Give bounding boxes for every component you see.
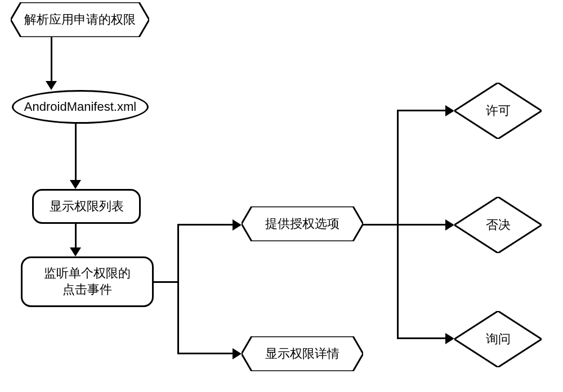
label-show-details: 显示权限详情: [265, 346, 339, 362]
node-provide-options: 提供授权选项: [242, 206, 363, 241]
arrowhead-to-details: [233, 348, 242, 359]
node-allow: 许可: [454, 83, 542, 139]
connector-to-allow: [399, 110, 445, 111]
arrowhead-to-ask: [445, 333, 454, 344]
node-deny: 否决: [454, 197, 542, 253]
connector-branch-v: [177, 224, 179, 354]
arrowhead-to-allow: [445, 105, 454, 116]
label-listen-click: 监听单个权限的 点击事件: [44, 265, 131, 298]
connector-to-ask: [399, 337, 445, 339]
label-provide-options: 提供授权选项: [265, 216, 339, 232]
connector-to-deny: [399, 224, 445, 226]
connector-branch-h: [154, 281, 179, 283]
arrowhead-to-options: [233, 219, 242, 231]
connector-to-options: [179, 224, 233, 226]
arrowhead-3: [70, 247, 81, 256]
arrow-line-2: [75, 124, 77, 180]
label-allow: 许可: [486, 102, 511, 119]
label-manifest-file: AndroidManifest.xml: [24, 99, 136, 115]
connector-to-details: [179, 353, 233, 354]
node-listen-click: 监听单个权限的 点击事件: [21, 256, 154, 307]
label-parse-permissions: 解析应用申请的权限: [24, 12, 136, 28]
label-display-list: 显示权限列表: [50, 199, 124, 215]
node-manifest-file: AndroidManifest.xml: [12, 90, 149, 124]
node-show-details: 显示权限详情: [242, 336, 363, 371]
node-parse-permissions: 解析应用申请的权限: [11, 2, 149, 37]
label-deny: 否决: [486, 217, 511, 233]
arrowhead-to-deny: [445, 219, 454, 231]
connector-options-h: [363, 224, 399, 226]
node-ask: 询问: [454, 311, 542, 367]
arrowhead-2: [70, 180, 81, 189]
node-display-list: 显示权限列表: [32, 189, 141, 224]
label-ask: 询问: [486, 331, 511, 348]
arrow-line-1: [51, 37, 52, 81]
arrow-line-3: [75, 224, 77, 247]
arrowhead-1: [46, 81, 57, 90]
